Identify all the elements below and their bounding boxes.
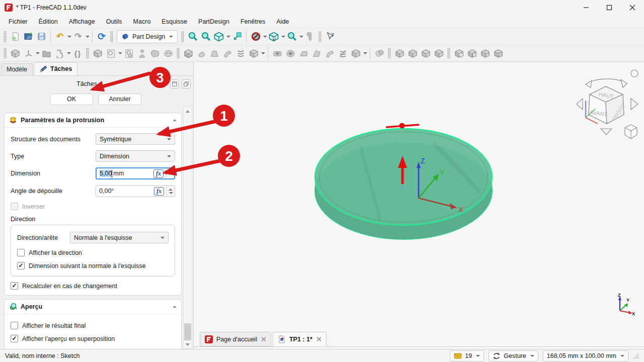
panel-scrollbar[interactable]: [183, 107, 192, 349]
create-group-button[interactable]: [40, 46, 53, 60]
multitransform-button[interactable]: [492, 46, 505, 60]
menu-aide[interactable]: Aide: [271, 17, 294, 27]
toolbar-drag-handle[interactable]: [447, 48, 450, 59]
open-file-button[interactable]: [22, 30, 35, 44]
zoom-chevron-down-icon[interactable]: [299, 36, 303, 38]
create-link-button[interactable]: [53, 46, 66, 60]
additive-primitive-button[interactable]: [247, 46, 260, 60]
edit-sketch-button[interactable]: [122, 46, 135, 60]
draft-angle-input[interactable]: 0,00° fx: [96, 185, 175, 197]
length-type-dropdown[interactable]: Dimension: [96, 150, 175, 162]
workbench-selector[interactable]: Part Design: [117, 30, 178, 43]
additive-pipe-button[interactable]: [221, 46, 234, 60]
box-selection-button[interactable]: [267, 30, 280, 44]
menu-macro[interactable]: Macro: [128, 17, 156, 27]
mirrored-button[interactable]: [452, 46, 465, 60]
ok-button[interactable]: OK: [50, 94, 93, 105]
collapse-icon[interactable]: [173, 306, 177, 308]
close-button[interactable]: [621, 0, 644, 15]
shapebinder-button[interactable]: [148, 46, 162, 60]
menu-affichage[interactable]: Affichage: [63, 17, 101, 27]
toolbar-drag-handle[interactable]: [177, 48, 180, 59]
fillet-button[interactable]: [393, 46, 406, 60]
fit-all-button[interactable]: [186, 30, 199, 44]
body-tool-button[interactable]: [91, 46, 104, 60]
additive-loft-button[interactable]: [208, 46, 221, 60]
create-datum-button[interactable]: [22, 46, 35, 60]
menu-esquisse[interactable]: Esquisse: [156, 17, 193, 27]
subtractive-pipe-button[interactable]: [323, 46, 336, 60]
create-body-button[interactable]: [9, 46, 22, 60]
views-chevron-down-icon[interactable]: [226, 36, 230, 38]
sketch-vertex-point[interactable]: [399, 123, 405, 129]
additive-helix-button[interactable]: [234, 46, 247, 60]
toolbar-drag-handle[interactable]: [181, 31, 184, 42]
formula-editor-icon[interactable]: fx: [154, 187, 164, 196]
subtractive-helix-button[interactable]: [336, 46, 349, 60]
along-normal-checkbox[interactable]: [17, 262, 25, 269]
close-tab-icon[interactable]: [261, 336, 266, 342]
menu-edition[interactable]: Édition: [33, 17, 63, 27]
datum-chevron-down-icon[interactable]: [36, 52, 40, 54]
polar-pattern-button[interactable]: [478, 46, 492, 60]
menu-outils[interactable]: Outils: [101, 17, 128, 27]
tab-taches[interactable]: Tâches: [34, 62, 77, 75]
view-dimensions-dropdown[interactable]: 168,05 mm x 100,00 mm: [543, 350, 628, 361]
clipping-plane-button[interactable]: [249, 30, 262, 44]
scrollbar-thumb[interactable]: [184, 323, 191, 340]
tab-modele[interactable]: Modèle: [1, 63, 33, 75]
window-resize-grip[interactable]: [633, 353, 639, 359]
menu-partdesign[interactable]: PartDesign: [193, 17, 235, 27]
collapse-icon[interactable]: [173, 119, 177, 121]
draft-button[interactable]: [419, 46, 432, 60]
redo-button[interactable]: ↷: [71, 30, 85, 44]
revolution-button[interactable]: [195, 46, 208, 60]
varset-button[interactable]: { }: [71, 46, 84, 60]
scroll-down-icon[interactable]: [184, 340, 192, 348]
boolean-button[interactable]: [373, 46, 386, 60]
sketch-chevron-down-icon[interactable]: [118, 52, 122, 54]
pad-preview-3d[interactable]: Z Y X: [314, 122, 495, 242]
update-view-checkbox[interactable]: [11, 282, 18, 290]
redo-chevron-down-icon[interactable]: [86, 36, 90, 38]
type-dropdown[interactable]: Symétrique: [96, 133, 175, 145]
angle-spinner[interactable]: [166, 186, 175, 197]
thickness-button[interactable]: [432, 46, 445, 60]
float-panel-button[interactable]: [170, 79, 179, 88]
hole-button[interactable]: [284, 46, 297, 60]
dimension-input[interactable]: 5,00 mm fx: [96, 167, 175, 179]
navigation-cube[interactable]: HAUT AVANT DROITE: [575, 67, 641, 143]
map-sketch-button[interactable]: [135, 46, 148, 60]
undo-button[interactable]: ↶: [53, 30, 66, 44]
show-direction-checkbox[interactable]: [17, 249, 25, 256]
toolbar-drag-handle[interactable]: [4, 31, 7, 42]
subtractive-loft-button[interactable]: [310, 46, 323, 60]
subtractive-chevron-down-icon[interactable]: [363, 52, 367, 54]
sync-view-button[interactable]: [230, 30, 244, 44]
direction-edge-dropdown[interactable]: Normale à l'esquisse: [70, 232, 169, 243]
reversed-checkbox[interactable]: [11, 203, 18, 210]
toolbar-drag-handle[interactable]: [110, 31, 113, 42]
zoom-tools-button[interactable]: [285, 30, 298, 44]
create-sketch-button[interactable]: [104, 46, 117, 60]
menu-fenetres[interactable]: Fenêtres: [235, 17, 271, 27]
minimize-button[interactable]: [575, 0, 598, 15]
link-chevron-down-icon[interactable]: [67, 52, 71, 54]
cancel-button[interactable]: Annuler: [98, 94, 141, 105]
toolbar-drag-handle[interactable]: [318, 31, 321, 42]
tab-tp1[interactable]: TP1 : 1*: [273, 332, 327, 346]
toolbar-drag-handle[interactable]: [4, 48, 7, 59]
pocket-button[interactable]: [271, 46, 284, 60]
undo-chevron-down-icon[interactable]: [67, 36, 71, 38]
clone-button[interactable]: [162, 46, 175, 60]
maximize-button[interactable]: [598, 0, 621, 15]
clipping-chevron-down-icon[interactable]: [263, 36, 267, 38]
primitive-chevron-down-icon[interactable]: [261, 52, 265, 54]
pad-button[interactable]: [182, 46, 195, 60]
subtractive-primitive-button[interactable]: [349, 46, 362, 60]
close-tab-icon[interactable]: [316, 336, 321, 342]
pad-parameters-header[interactable]: Paramètres de la protrusion: [5, 113, 181, 128]
linear-pattern-button[interactable]: [465, 46, 478, 60]
fit-selection-button[interactable]: [199, 30, 212, 44]
measure-button[interactable]: [303, 30, 316, 44]
